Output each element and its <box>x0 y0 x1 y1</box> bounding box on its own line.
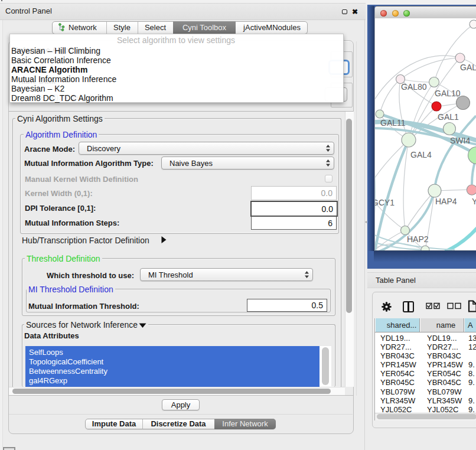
svg-text:HAP4: HAP4 <box>435 197 457 206</box>
svg-text:HAP2: HAP2 <box>407 234 429 244</box>
svg-text:GAL10: GAL10 <box>435 89 461 98</box>
svg-text:GAL7: GAL7 <box>460 63 476 72</box>
svg-text:GAL80: GAL80 <box>401 82 427 92</box>
svg-text:YJ: YJ <box>472 197 476 206</box>
svg-text:GAL11: GAL11 <box>380 118 406 128</box>
svg-text:GAL4: GAL4 <box>410 150 432 159</box>
svg-text:GAL1: GAL1 <box>438 112 459 122</box>
svg-text:SWI4: SWI4 <box>450 136 470 145</box>
svg-text:GCY1: GCY1 <box>375 198 395 207</box>
